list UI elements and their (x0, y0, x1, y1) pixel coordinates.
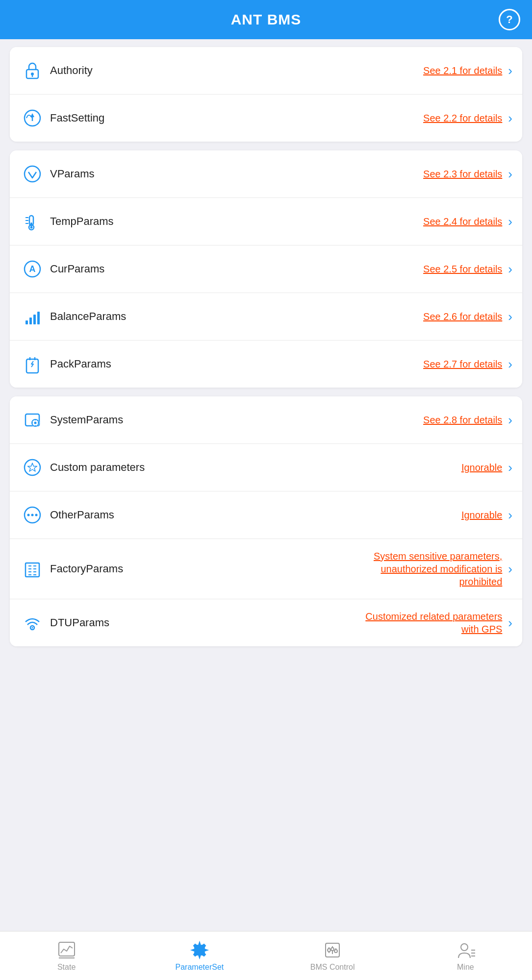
vparams-item[interactable]: VParams See 2.3 for details › (10, 150, 522, 198)
svg-point-6 (25, 166, 40, 182)
dots-icon (20, 502, 45, 528)
packparams-chevron: › (508, 357, 512, 372)
balanceparams-item[interactable]: BalanceParams See 2.6 for details › (10, 293, 522, 341)
factoryparams-item[interactable]: FactoryParams System sensitive parameter… (10, 539, 522, 599)
v-icon (20, 161, 45, 187)
vparams-detail: See 2.3 for details (423, 168, 502, 180)
nav-state[interactable]: State (0, 931, 133, 980)
svg-point-1 (31, 73, 34, 75)
svg-rect-18 (33, 315, 36, 324)
nav-parameterset[interactable]: ParameterSet (133, 931, 266, 980)
svg-point-58 (461, 944, 468, 951)
fastsetting-chevron: › (508, 111, 512, 126)
svg-rect-17 (29, 318, 32, 324)
slider-icon (323, 940, 342, 960)
svg-text:A: A (29, 264, 36, 274)
lock-icon (20, 58, 45, 83)
svg-point-36 (35, 514, 38, 516)
packparams-label: PackParams (50, 358, 423, 370)
svg-rect-37 (25, 563, 39, 577)
balance-icon (20, 304, 45, 329)
customparams-chevron: › (508, 460, 512, 475)
user-icon (456, 940, 475, 960)
tempparams-item[interactable]: TempParams See 2.4 for details › (10, 198, 522, 245)
vparams-label: VParams (50, 168, 423, 180)
svg-point-47 (32, 627, 33, 629)
gear-icon (190, 940, 209, 960)
svg-point-56 (331, 948, 334, 951)
svg-rect-48 (59, 942, 75, 956)
nav-state-label: State (57, 963, 76, 972)
tempparams-detail: See 2.4 for details (423, 215, 502, 228)
svg-point-35 (31, 514, 34, 516)
dtuparams-item[interactable]: DTUParams Customized related parameters … (10, 599, 522, 646)
svg-point-57 (334, 950, 337, 953)
vparams-chevron: › (508, 167, 512, 182)
authority-item[interactable]: Authority See 2.1 for details › (10, 47, 522, 95)
balanceparams-detail: See 2.6 for details (423, 310, 502, 323)
dtuparams-chevron: › (508, 615, 512, 631)
star-icon (20, 455, 45, 480)
customparams-label: Custom parameters (50, 461, 461, 474)
authority-chevron: › (508, 63, 512, 78)
svg-point-31 (25, 460, 40, 475)
chart-icon (57, 940, 76, 960)
factory-icon (20, 556, 45, 582)
dtu-icon (20, 610, 45, 636)
nav-mine[interactable]: Mine (399, 931, 532, 980)
nav-parameterset-label: ParameterSet (176, 963, 224, 972)
battery-icon (20, 351, 45, 377)
factoryparams-chevron: › (508, 562, 512, 577)
customparams-item[interactable]: Custom parameters Ignorable › (10, 444, 522, 491)
factoryparams-detail: System sensitive parameters, unauthorize… (365, 550, 502, 588)
factoryparams-label: FactoryParams (50, 563, 365, 575)
balanceparams-chevron: › (508, 309, 512, 324)
otherparams-item[interactable]: OtherParams Ignorable › (10, 491, 522, 539)
app-title: ANT BMS (231, 11, 302, 28)
dtuparams-label: DTUParams (50, 616, 365, 629)
otherparams-label: OtherParams (50, 509, 461, 521)
svg-point-34 (27, 514, 30, 516)
svg-rect-19 (37, 312, 40, 324)
nav-bmscontrol[interactable]: BMS Control (266, 931, 399, 980)
nav-bmscontrol-label: BMS Control (310, 963, 355, 972)
systemparams-label: SystemParams (50, 414, 423, 426)
otherparams-chevron: › (508, 508, 512, 523)
packparams-item[interactable]: PackParams See 2.7 for details › (10, 341, 522, 388)
nav-mine-label: Mine (457, 963, 474, 972)
help-button[interactable]: ? (499, 9, 520, 30)
tempparams-chevron: › (508, 214, 512, 229)
systemparams-detail: See 2.8 for details (423, 414, 502, 426)
otherparams-detail: Ignorable (461, 509, 502, 521)
systemparams-item[interactable]: SystemParams See 2.8 for details › (10, 396, 522, 444)
curparams-item[interactable]: A CurParams See 2.5 for details › (10, 245, 522, 293)
svg-point-13 (30, 226, 33, 229)
fast-icon (20, 105, 45, 131)
authority-detail: See 2.1 for details (423, 64, 502, 77)
system-icon (20, 407, 45, 433)
balanceparams-label: BalanceParams (50, 310, 423, 323)
svg-point-55 (328, 949, 330, 952)
curparams-detail: See 2.5 for details (423, 263, 502, 275)
bottom-navigation: State ParameterSet BMS Control (0, 931, 532, 980)
curparams-chevron: › (508, 262, 512, 277)
fastsetting-detail: See 2.2 for details (423, 112, 502, 124)
authority-label: Authority (50, 64, 423, 77)
card-group-3: SystemParams See 2.8 for details › Custo… (10, 396, 522, 646)
fastsetting-label: FastSetting (50, 112, 423, 124)
main-content: Authority See 2.1 for details › FastSett… (0, 39, 532, 931)
customparams-detail: Ignorable (461, 461, 502, 474)
fastsetting-item[interactable]: FastSetting See 2.2 for details › (10, 95, 522, 142)
svg-rect-16 (25, 320, 28, 324)
tempparams-label: TempParams (50, 215, 423, 228)
card-group-1: Authority See 2.1 for details › FastSett… (10, 47, 522, 142)
card-group-2: VParams See 2.3 for details › TempParams… (10, 150, 522, 388)
app-header: ANT BMS ? (0, 0, 532, 39)
dtuparams-detail: Customized related parameters with GPS (365, 610, 502, 636)
packparams-detail: See 2.7 for details (423, 358, 502, 370)
amp-icon: A (20, 256, 45, 282)
svg-marker-32 (28, 463, 37, 471)
svg-point-26 (34, 422, 37, 424)
systemparams-chevron: › (508, 413, 512, 428)
temp-icon (20, 209, 45, 234)
